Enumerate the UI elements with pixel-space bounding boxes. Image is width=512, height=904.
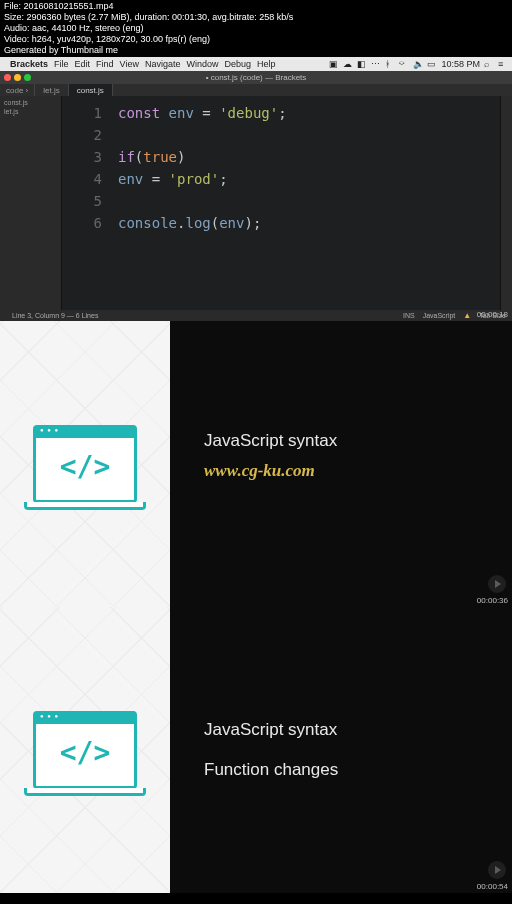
window-titlebar: • const.js (code) — Brackets bbox=[0, 71, 512, 84]
status-icon: ◧ bbox=[357, 59, 367, 69]
language-mode[interactable]: JavaScript bbox=[423, 312, 456, 319]
play-icon[interactable] bbox=[488, 575, 506, 593]
battery-icon: ▭ bbox=[427, 59, 437, 69]
menu-find[interactable]: Find bbox=[96, 59, 114, 69]
search-icon[interactable]: ⌕ bbox=[484, 59, 494, 69]
tab-letjs[interactable]: let.js bbox=[35, 84, 68, 96]
insert-mode[interactable]: INS bbox=[403, 312, 415, 319]
meta-generator: Generated by Thumbnail me bbox=[4, 45, 508, 56]
slide-heading: JavaScript syntax bbox=[204, 720, 512, 740]
tab-constjs[interactable]: const.js bbox=[69, 84, 113, 96]
close-icon[interactable] bbox=[4, 74, 11, 81]
right-gutter bbox=[500, 96, 512, 310]
sidebar-file[interactable]: let.js bbox=[4, 107, 57, 116]
window-title: • const.js (code) — Brackets bbox=[206, 73, 307, 82]
timestamp: 00:00:54 bbox=[477, 882, 508, 891]
tab-bar: code › let.js const.js bbox=[0, 84, 512, 96]
meta-video: Video: h264, yuv420p, 1280x720, 30.00 fp… bbox=[4, 34, 508, 45]
volume-icon: 🔈 bbox=[413, 59, 423, 69]
code-line[interactable] bbox=[118, 190, 500, 212]
code-line[interactable]: const env = 'debug'; bbox=[118, 102, 500, 124]
menu-help[interactable]: Help bbox=[257, 59, 276, 69]
line-number: 5 bbox=[62, 190, 102, 212]
brackets-window: • const.js (code) — Brackets code › let.… bbox=[0, 71, 512, 321]
line-gutter: 123456 bbox=[62, 96, 112, 310]
breadcrumb[interactable]: code › bbox=[0, 84, 35, 96]
code-line[interactable]: console.log(env); bbox=[118, 212, 500, 234]
menu-edit[interactable]: Edit bbox=[75, 59, 91, 69]
menu-icon[interactable]: ≡ bbox=[498, 59, 508, 69]
wifi-icon: ⌔ bbox=[399, 59, 409, 69]
cursor-position: Line 3, Column 9 — 6 Lines bbox=[12, 312, 98, 319]
watermark: www.cg-ku.com bbox=[204, 461, 512, 481]
line-number: 2 bbox=[62, 124, 102, 146]
meta-size: Size: 2906360 bytes (2.77 MiB), duration… bbox=[4, 12, 508, 23]
warning-icon[interactable]: ▲ bbox=[463, 311, 471, 320]
timestamp: 00:00:18 bbox=[477, 310, 508, 319]
menu-file[interactable]: File bbox=[54, 59, 69, 69]
status-icon: ☁ bbox=[343, 59, 353, 69]
code-glyph-icon: </> bbox=[60, 447, 111, 481]
status-icon: ⋯ bbox=[371, 59, 381, 69]
line-number: 1 bbox=[62, 102, 102, 124]
mac-menubar: Brackets File Edit Find View Navigate Wi… bbox=[0, 57, 512, 71]
slide-subheading: Function changes bbox=[204, 760, 512, 780]
minimize-icon[interactable] bbox=[14, 74, 21, 81]
slide-1: </> JavaScript syntax www.cg-ku.com 00:0… bbox=[0, 321, 512, 607]
play-icon[interactable] bbox=[488, 861, 506, 879]
code-line[interactable]: env = 'prod'; bbox=[118, 168, 500, 190]
line-number: 4 bbox=[62, 168, 102, 190]
status-icon: ▣ bbox=[329, 59, 339, 69]
meta-file: File: 20160810215551.mp4 bbox=[4, 1, 508, 12]
menu-window[interactable]: Window bbox=[186, 59, 218, 69]
slide-heading: JavaScript syntax bbox=[204, 431, 512, 451]
menu-navigate[interactable]: Navigate bbox=[145, 59, 181, 69]
sidebar-file[interactable]: const.js bbox=[4, 98, 57, 107]
code-line[interactable]: if(true) bbox=[118, 146, 500, 168]
clock: 10:58 PM bbox=[441, 59, 480, 69]
menu-view[interactable]: View bbox=[120, 59, 139, 69]
file-sidebar: const.js let.js bbox=[0, 96, 62, 310]
meta-audio: Audio: aac, 44100 Hz, stereo (eng) bbox=[4, 23, 508, 34]
code-line[interactable] bbox=[118, 124, 500, 146]
video-metadata: File: 20160810215551.mp4 Size: 2906360 b… bbox=[0, 0, 512, 57]
timestamp: 00:00:36 bbox=[477, 596, 508, 605]
menu-debug[interactable]: Debug bbox=[224, 59, 251, 69]
laptop-icon: </> bbox=[33, 711, 137, 789]
slide-2: </> JavaScript syntax Function changes 0… bbox=[0, 607, 512, 893]
app-name[interactable]: Brackets bbox=[10, 59, 48, 69]
line-number: 6 bbox=[62, 212, 102, 234]
code-glyph-icon: </> bbox=[60, 733, 111, 767]
bluetooth-icon: ᚼ bbox=[385, 59, 395, 69]
code-editor[interactable]: const env = 'debug';if(true)env = 'prod'… bbox=[112, 96, 500, 310]
line-number: 3 bbox=[62, 146, 102, 168]
status-bar: Line 3, Column 9 — 6 Lines INS JavaScrip… bbox=[0, 310, 512, 321]
zoom-icon[interactable] bbox=[24, 74, 31, 81]
laptop-icon: </> bbox=[33, 425, 137, 503]
